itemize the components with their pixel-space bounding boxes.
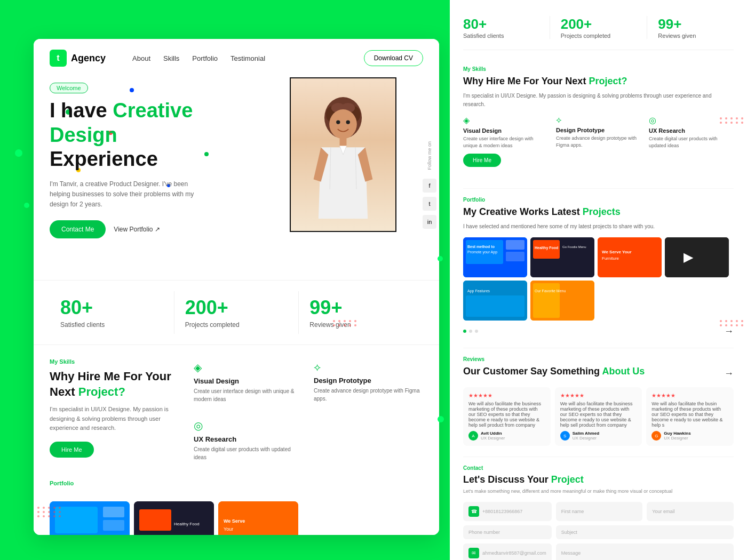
- stat-divider-1: [550, 16, 550, 39]
- r-hire-me-button[interactable]: Hire Me: [463, 154, 501, 167]
- nav-dot-1[interactable]: [463, 330, 466, 333]
- email-me-value: ahmedtanvir8587@gmail.com: [482, 550, 546, 556]
- r-prototype-name: Design Prototype: [556, 127, 641, 133]
- deco-dot-grid-rt: [720, 117, 744, 124]
- contact-me-button[interactable]: Contact Me: [50, 220, 106, 238]
- right-panel: 80+ Satisfied clients 200+ Projects comp…: [450, 0, 747, 560]
- stat-projects-label: Projects completed: [185, 321, 288, 329]
- contact-description: Let's make something new, different and …: [463, 488, 734, 495]
- nav-dot-2[interactable]: [469, 330, 472, 333]
- r-prototype-desc: Create advance design prototype with Fig…: [556, 135, 641, 148]
- svg-rect-38: [466, 295, 525, 317]
- reviewer-info-1: Avit Uddin UX Designer: [481, 431, 505, 441]
- hero-section: Welcome I have Creative Design Experienc…: [34, 77, 439, 280]
- skill-ux-research-name: UX Research: [194, 435, 303, 443]
- r-visual-icon: ◈: [463, 115, 548, 125]
- right-portfolio-section: Portfolio My Creative Works Latest Proje…: [463, 188, 734, 337]
- contact-form: ☎ +88018123966867 First name Your email …: [463, 502, 734, 560]
- r-stat-projects-label: Projects completed: [561, 33, 637, 39]
- portfolio-thumb-3[interactable]: We Serve Your: [218, 501, 298, 535]
- skill-visual-design-desc: Create user interface design with unique…: [194, 387, 303, 403]
- r-thumb-2[interactable]: Healthy Food Go Foodie Menu: [530, 237, 594, 277]
- hero-image-area: [290, 77, 407, 237]
- svg-point-6: [336, 120, 340, 124]
- portfolio-thumb-2[interactable]: Healthy Food: [134, 501, 214, 535]
- portfolio-next-arrow[interactable]: →: [724, 326, 734, 337]
- linkedin-icon[interactable]: in: [423, 215, 436, 229]
- skill-design-prototype-name: Design Prototype: [314, 377, 423, 385]
- skill-visual-design-name: Visual Design: [194, 377, 303, 385]
- reviewer-avatar-1: A: [468, 431, 478, 441]
- skill-visual-design: ◈ Visual Design Create user interface de…: [194, 358, 303, 406]
- follow-label: Follow me on: [427, 141, 432, 170]
- svg-text:Healthy Food: Healthy Food: [535, 246, 558, 250]
- stat-clients-label: Satisfied clients: [60, 321, 163, 329]
- svg-rect-16: [139, 509, 171, 531]
- stars-2: ★★★★★: [560, 393, 637, 398]
- email-field[interactable]: Your email: [647, 502, 734, 521]
- firstname-field[interactable]: First name: [556, 502, 643, 521]
- navigation: t Agency About Skills Portfolio Testimon…: [34, 39, 439, 77]
- skill-ux-research: ◎ UX Research Create digital user produc…: [194, 417, 303, 464]
- email-me-field[interactable]: ✉ ahmedtanvir8587@gmail.com: [463, 543, 552, 560]
- person-image: [290, 77, 396, 232]
- download-cv-button[interactable]: Download CV: [364, 50, 423, 66]
- svg-rect-24: [506, 252, 525, 261]
- r-thumb-4[interactable]: ▶: [665, 237, 729, 277]
- portfolio-tag-area: Portfolio: [34, 477, 439, 496]
- svg-rect-40: [533, 283, 560, 318]
- view-portfolio-button[interactable]: View Portfolio ↗: [114, 226, 160, 233]
- nav-portfolio[interactable]: Portfolio: [192, 54, 218, 62]
- left-panel: t Agency About Skills Portfolio Testimon…: [34, 39, 439, 535]
- r-ux-desc: Create digital user products with update…: [649, 135, 734, 149]
- skill-ux-research-desc: Create digital user products with update…: [194, 445, 303, 461]
- nav-skills[interactable]: Skills: [163, 54, 179, 62]
- nav-links: About Skills Portfolio Testimonial: [132, 54, 364, 62]
- reviewer-info-3: Guy Hawkins UX Designer: [664, 431, 690, 441]
- svg-text:Furniture: Furniture: [602, 256, 619, 261]
- call-field[interactable]: ☎ +88018123966867: [463, 502, 552, 521]
- svg-text:Go Foodie Menu: Go Foodie Menu: [562, 245, 586, 249]
- r-thumb-5[interactable]: App Features: [463, 281, 527, 321]
- svg-text:Promote your App: Promote your App: [467, 250, 497, 254]
- stat-projects: 200+ Projects completed: [174, 291, 299, 334]
- r-skill-prototype: ⟡ Design Prototype Create advance design…: [556, 115, 641, 149]
- r-stat-projects: 200+ Projects completed: [561, 16, 637, 39]
- r-thumb-1[interactable]: Best method to Promote your App: [463, 237, 527, 277]
- right-reviews-section: Reviews Our Customer Say Something About…: [463, 348, 734, 446]
- contact-section: Contact Let's Discuss Your Project Let's…: [463, 457, 734, 560]
- nav-about[interactable]: About: [132, 54, 150, 62]
- stars-1: ★★★★★: [468, 393, 545, 398]
- r-portfolio-title: My Creative Works Latest Projects: [463, 206, 734, 218]
- nav-testimonial[interactable]: Testimonial: [231, 54, 265, 62]
- svg-text:Our Favorite Menu: Our Favorite Menu: [535, 289, 566, 293]
- r-stat-reviews-num: 99+: [658, 16, 734, 33]
- r-thumb-6[interactable]: Our Favorite Menu: [530, 281, 594, 321]
- message-field[interactable]: Message: [556, 543, 734, 560]
- right-stats: 80+ Satisfied clients 200+ Projects comp…: [463, 16, 734, 50]
- stat-clients-num: 80+: [60, 297, 163, 319]
- subject-field[interactable]: Subject: [556, 525, 734, 539]
- phone-field[interactable]: Phone number: [463, 525, 552, 539]
- firstname-placeholder: First name: [561, 509, 584, 514]
- nav-dot-3[interactable]: [475, 330, 478, 333]
- r-portfolio-desc: I have selected and mentioned here some …: [463, 222, 734, 231]
- portfolio-nav-dots: [463, 330, 478, 333]
- stat-reviews-num: 99+: [309, 297, 412, 319]
- stars-3: ★★★★★: [651, 393, 728, 398]
- r-reviews-tag: Reviews: [463, 356, 734, 362]
- call-value: +88018123966867: [482, 509, 522, 514]
- hire-me-button[interactable]: Hire Me: [50, 442, 94, 458]
- logo-icon: t: [50, 50, 67, 67]
- r-thumb-3[interactable]: We Serve Your Furniture: [598, 237, 662, 277]
- reviews-next-arrow[interactable]: →: [724, 368, 734, 379]
- portfolio-tag: Portfolio: [50, 480, 423, 486]
- review-card-1: ★★★★★ We will also facilitate the busine…: [463, 387, 551, 446]
- r-skills-title: Why Hire Me For Your Next Project?: [463, 75, 734, 87]
- facebook-icon[interactable]: f: [423, 179, 436, 193]
- right-skills-section: My Skills Why Hire Me For Your Next Proj…: [463, 66, 734, 178]
- twitter-icon[interactable]: t: [423, 197, 436, 211]
- svg-rect-23: [506, 240, 525, 250]
- hero-title: I have Creative Design Experience: [50, 99, 215, 172]
- skill-design-prototype-desc: Create advance design prototype with Fig…: [314, 387, 423, 403]
